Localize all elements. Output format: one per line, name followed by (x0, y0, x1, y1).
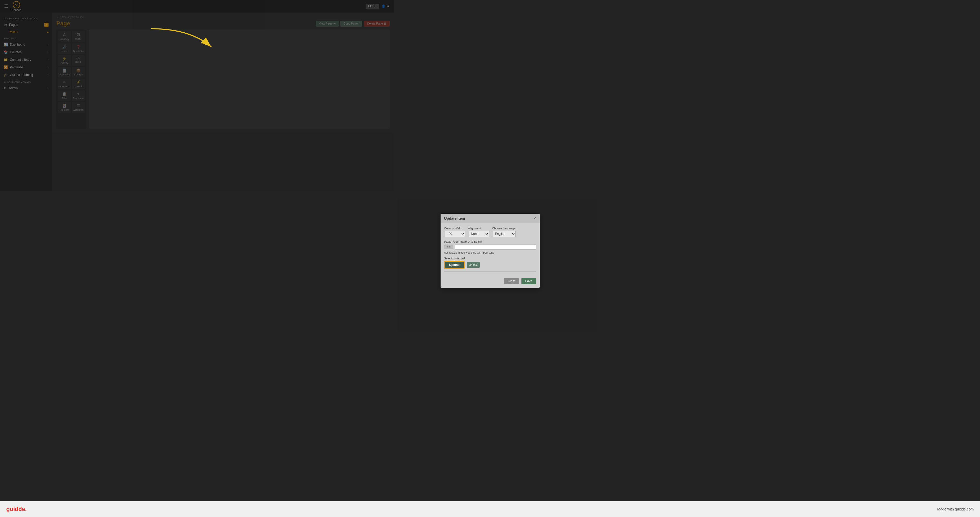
modal-overlay: Update Item × Column Width: 1007566 5033… (0, 0, 394, 207)
